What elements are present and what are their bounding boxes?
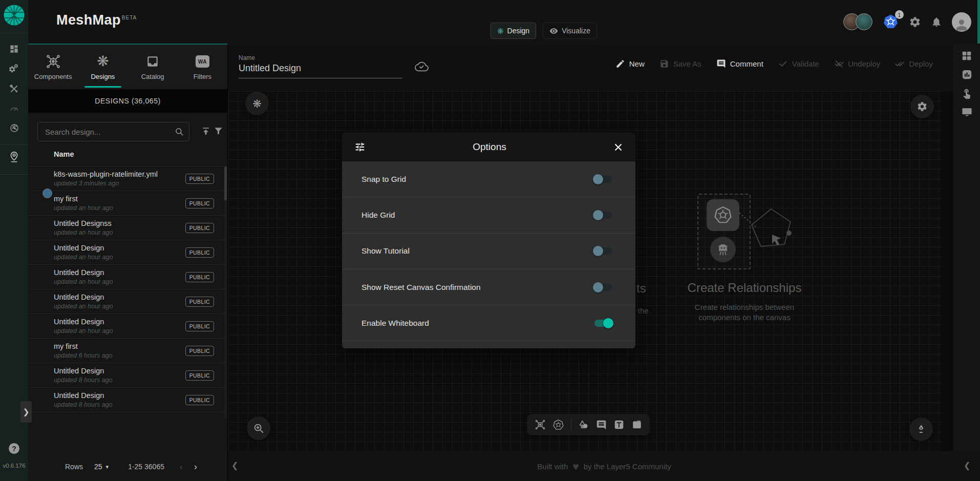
design-row[interactable]: Untitled Designss updated an hour ago PU…: [28, 216, 227, 240]
list-scrollbar-thumb[interactable]: [224, 166, 227, 200]
button-label: New: [629, 59, 645, 68]
mode-design-button[interactable]: ❋ Design: [491, 23, 536, 39]
design-updated: updated 8 hours ago: [54, 401, 113, 408]
kubernetes-context-icon[interactable]: 1: [882, 13, 899, 30]
layer5-logo-icon[interactable]: [3, 4, 25, 26]
eye-icon: [549, 27, 558, 35]
dashboard-icon[interactable]: [0, 44, 28, 54]
mode-label: Visualize: [562, 27, 590, 35]
design-list: k8s-wasm-plugin-ratelimiter.yml updated …: [28, 166, 227, 412]
import-design-icon[interactable]: [201, 126, 211, 136]
button-label: Validate: [792, 59, 819, 68]
drawer-edge-accent[interactable]: [977, 0, 980, 44]
toolbox-icon[interactable]: [0, 84, 28, 94]
design-name-input[interactable]: [239, 63, 402, 78]
wasm-filter-icon: WA: [196, 53, 209, 70]
designs-icon: ❋: [97, 53, 109, 70]
close-icon[interactable]: [613, 142, 623, 152]
display-monitor-icon[interactable]: [961, 106, 973, 118]
dock-comment-icon[interactable]: [596, 420, 607, 430]
design-updated: updated 3 minutes ago: [54, 180, 158, 187]
undeploy-icon: [834, 59, 844, 69]
show-reset-canvas-confirmation-toggle[interactable]: [593, 282, 613, 292]
performance-gauge-icon[interactable]: [0, 103, 28, 114]
deploy-button[interactable]: Deploy: [895, 59, 933, 69]
design-row[interactable]: Untitled Design updated an hour ago PUBL…: [28, 240, 227, 265]
pen-nib-icon: [915, 424, 927, 435]
meshmap-pin-icon[interactable]: [0, 151, 28, 163]
prev-page-chevron[interactable]: ‹: [180, 462, 183, 472]
design-toolbar: Name New Save As Comment: [228, 44, 953, 91]
modal-body: Snap to Grid Hide Grid Show Tutorial Sho…: [342, 161, 635, 348]
design-row[interactable]: Untitled Design updated 8 hours ago PUBL…: [28, 388, 227, 412]
dock-kubernetes-icon[interactable]: [552, 419, 564, 431]
design-row[interactable]: Untitled Design updated an hour ago PUBL…: [28, 265, 227, 289]
lifecycle-gears-icon[interactable]: [0, 64, 28, 75]
tab-designs[interactable]: ❋ Designs: [78, 45, 127, 89]
validate-button[interactable]: Validate: [778, 59, 819, 69]
new-button[interactable]: New: [615, 59, 645, 69]
show-tutorial-toggle[interactable]: [593, 246, 613, 256]
mode-visualize-button[interactable]: Visualize: [543, 23, 597, 39]
collaborator-avatar[interactable]: [856, 13, 872, 30]
design-mode-icon: ❋: [497, 27, 504, 35]
design-row[interactable]: Untitled Design updated an hour ago PUBL…: [28, 289, 227, 314]
page-size-select[interactable]: 25: [94, 463, 102, 471]
user-avatar[interactable]: [952, 12, 971, 32]
undeploy-button[interactable]: Undeploy: [834, 59, 880, 69]
filter-funnel-icon[interactable]: [214, 126, 223, 136]
dock-components-icon[interactable]: [535, 419, 546, 430]
enable-whiteboard-toggle[interactable]: [593, 318, 613, 328]
comment-icon: [716, 59, 726, 69]
tab-components[interactable]: Components: [28, 45, 78, 89]
touch-gesture-icon[interactable]: [961, 88, 972, 99]
snap-to-grid-toggle[interactable]: [593, 174, 613, 184]
option-label: Snap to Grid: [361, 175, 406, 184]
dock-text-icon[interactable]: [613, 419, 625, 430]
design-row[interactable]: Untitled Design updated 8 hours ago PUBL…: [28, 363, 227, 388]
sidebar-expand-chevron[interactable]: ❯: [20, 401, 32, 423]
next-page-chevron[interactable]: ›: [194, 462, 197, 472]
dock-media-icon[interactable]: [631, 419, 643, 430]
collapse-right-chevron[interactable]: ❮: [964, 461, 970, 470]
caret-down-icon[interactable]: ▾: [106, 464, 109, 470]
help-icon[interactable]: ?: [9, 443, 19, 454]
panel-tabs: Components ❋ Designs Catalog WA Filters: [28, 45, 227, 89]
visibility-badge: PUBLIC: [185, 198, 214, 208]
design-row[interactable]: k8s-wasm-plugin-ratelimiter.yml updated …: [28, 166, 227, 191]
dock-shapes-icon[interactable]: [578, 419, 589, 430]
column-header-name: Name: [54, 150, 74, 158]
hide-grid-toggle[interactable]: [593, 210, 613, 220]
rail-divider: [0, 144, 28, 144]
analytics-chart-icon[interactable]: [961, 69, 973, 80]
pagination: Rows 25 ▾ 1-25 36065 ‹ ›: [59, 458, 223, 475]
visibility-badge: PUBLIC: [185, 223, 214, 233]
design-name: Untitled Design: [54, 293, 113, 301]
canvas-settings-button[interactable]: [910, 95, 934, 118]
mesh-chart-icon[interactable]: [0, 123, 28, 133]
meshery-mascot-node: [710, 237, 736, 262]
cloud-saved-icon: [414, 60, 429, 73]
tab-filters[interactable]: WA Filters: [178, 45, 227, 89]
search-input[interactable]: [44, 127, 175, 137]
views-grid-icon[interactable]: [961, 50, 972, 61]
canvas-edge-gutter: [941, 44, 953, 451]
design-row[interactable]: my first updated an hour ago PUBLIC: [28, 191, 227, 216]
design-row[interactable]: Untitled Design updated an hour ago PUBL…: [28, 314, 227, 339]
design-row[interactable]: my first updated 6 hours ago PUBLIC: [28, 339, 227, 363]
save-as-button[interactable]: Save As: [659, 59, 701, 69]
collaborator-avatars[interactable]: [843, 13, 872, 30]
notifications-bell-icon[interactable]: [931, 16, 942, 28]
footer-credit: Built with ♥ by the Layer5 Community: [228, 451, 980, 481]
empty-state-caption: Create relationships between components …: [673, 302, 816, 323]
pen-tool-button[interactable]: [909, 417, 933, 441]
settings-gear-icon[interactable]: [909, 16, 921, 28]
zoom-in-button[interactable]: [247, 416, 270, 440]
tab-catalog[interactable]: Catalog: [128, 45, 178, 89]
right-tool-rail: [953, 44, 980, 451]
search-icon[interactable]: [175, 127, 184, 136]
list-scrollbar-track[interactable]: [224, 166, 227, 417]
comment-button[interactable]: Comment: [716, 59, 763, 69]
meshsync-button[interactable]: ❋: [245, 92, 269, 115]
occluded-title-fragment: ts: [636, 281, 646, 296]
